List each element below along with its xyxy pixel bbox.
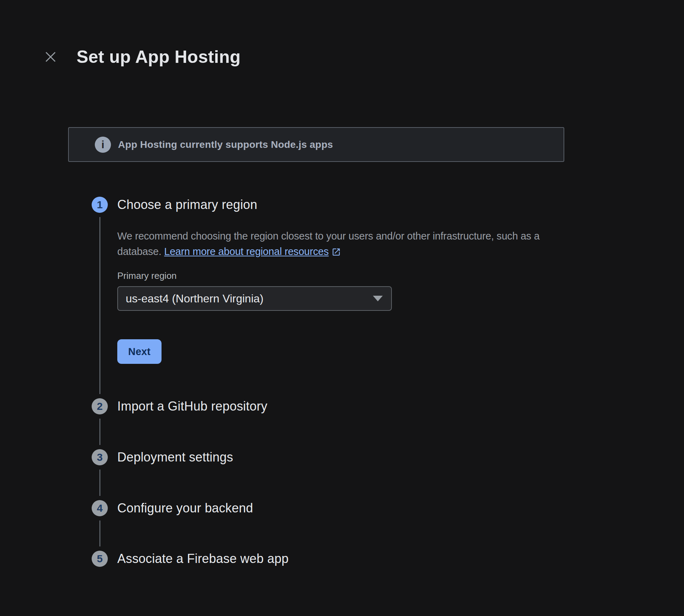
close-button[interactable]: [42, 48, 59, 65]
step-row-2: 2 Import a GitHub repository: [92, 398, 267, 414]
step-row-3: 3 Deployment settings: [92, 449, 233, 465]
step-4-indicator: 4: [92, 500, 108, 516]
step-2-label: Import a GitHub repository: [117, 399, 267, 414]
close-icon: [45, 51, 56, 63]
page-title: Set up App Hosting: [77, 47, 241, 67]
step-3-indicator: 3: [92, 449, 108, 465]
banner-text: App Hosting currently supports Node.js a…: [118, 139, 333, 150]
stepper-connector: [99, 470, 100, 496]
step-1-label: Choose a primary region: [117, 197, 257, 212]
open-in-new-icon: [331, 247, 341, 257]
stepper-connector: [99, 520, 100, 546]
info-banner: i App Hosting currently supports Node.js…: [68, 127, 564, 162]
step-5-indicator: 5: [92, 551, 108, 567]
step-3-label: Deployment settings: [117, 450, 233, 465]
learn-more-link[interactable]: Learn more about regional resources: [164, 246, 341, 257]
info-icon: i: [95, 137, 111, 153]
step-row-4: 4 Configure your backend: [92, 500, 253, 516]
step-row-5: 5 Associate a Firebase web app: [92, 551, 289, 567]
selected-region-value: us-east4 (Northern Virginia): [126, 292, 263, 305]
region-description: We recommend choosing the region closest…: [117, 228, 558, 259]
step-2-indicator: 2: [92, 398, 108, 414]
learn-more-label: Learn more about regional resources: [164, 246, 329, 257]
stepper-connector: [99, 217, 100, 394]
setup-app-hosting-dialog: Set up App Hosting i App Hosting current…: [0, 0, 684, 616]
dropdown-arrow-icon: [373, 296, 383, 301]
primary-region-select[interactable]: us-east4 (Northern Virginia): [117, 286, 392, 311]
primary-region-label: Primary region: [117, 270, 177, 281]
step-1-indicator: 1: [92, 197, 108, 213]
step-4-label: Configure your backend: [117, 501, 253, 516]
next-button[interactable]: Next: [117, 339, 162, 364]
step-5-label: Associate a Firebase web app: [117, 551, 289, 566]
step-row-1: 1 Choose a primary region: [92, 197, 257, 213]
stepper-connector: [99, 419, 100, 445]
